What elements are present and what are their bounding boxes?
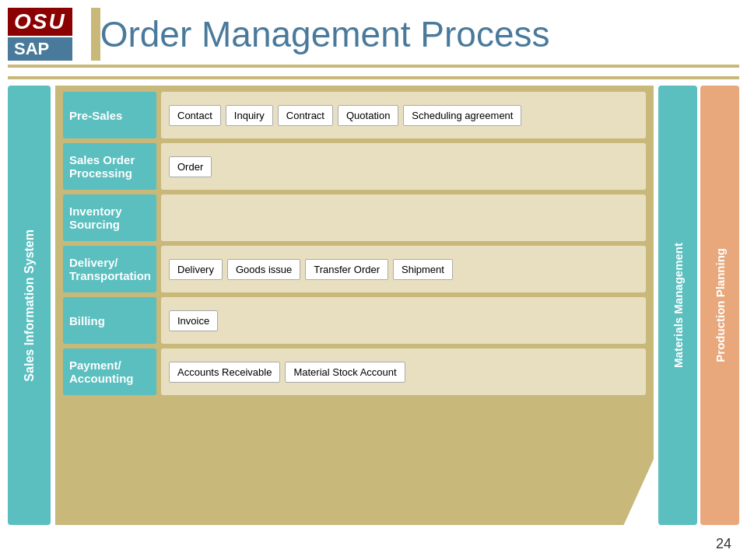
sidebar-materials-label: Materials Management [672, 243, 685, 368]
sidebar-materials: Materials Management [658, 86, 697, 525]
payment-label: Payment/ Accounting [63, 348, 156, 395]
delivery-label: Delivery/ Transportation [63, 246, 156, 292]
divider-top [8, 65, 739, 68]
box-contract: Contract [278, 105, 333, 126]
box-delivery: Delivery [169, 259, 223, 280]
sidebar-production: Production Planning [700, 86, 739, 525]
process-row-billing: Billing Invoice [63, 297, 646, 344]
logo-box-decoration [91, 8, 100, 61]
box-inquiry: Inquiry [226, 105, 273, 126]
divider-bottom [8, 76, 739, 79]
page-title: Order Management Process [100, 13, 731, 55]
sidebar-production-label: Production Planning [714, 248, 727, 362]
sidebar-sales-info: Sales Information System [8, 86, 51, 525]
delivery-content: Delivery Goods issue Transfer Order Ship… [161, 246, 646, 292]
box-material-stock: Material Stock Account [285, 362, 405, 383]
box-invoice: Invoice [169, 310, 218, 331]
sales-order-content: Order [161, 143, 646, 190]
box-scheduling-agreement: Scheduling agreement [403, 105, 521, 126]
inventory-content [161, 194, 646, 241]
pre-sales-label: Pre-Sales [63, 92, 156, 138]
main-content: Sales Information System Pre-Sales Conta… [0, 86, 747, 525]
process-area: Pre-Sales Contact Inquiry Contract Quota… [55, 86, 654, 525]
box-order: Order [169, 156, 212, 177]
header: OSU SAP Order Management Process [0, 0, 747, 65]
logo-area: OSU SAP [8, 8, 72, 61]
billing-label: Billing [63, 297, 156, 344]
payment-content: Accounts Receivable Material Stock Accou… [161, 348, 646, 395]
pre-sales-content: Contact Inquiry Contract Quotation Sched… [161, 92, 646, 138]
sidebar-right: Materials Management Production Planning [658, 86, 739, 525]
box-contact: Contact [169, 105, 221, 126]
process-row-inventory: Inventory Sourcing [63, 194, 646, 241]
process-row-payment: Payment/ Accounting Accounts Receivable … [63, 348, 646, 395]
process-row-pre-sales: Pre-Sales Contact Inquiry Contract Quota… [63, 92, 646, 138]
box-quotation: Quotation [338, 105, 398, 126]
box-transfer-order: Transfer Order [305, 259, 388, 280]
sales-order-label: Sales Order Processing [63, 143, 156, 190]
sap-logo: SAP [8, 37, 72, 61]
box-accounts-receivable: Accounts Receivable [169, 362, 280, 383]
process-row-sales-order: Sales Order Processing Order [63, 143, 646, 190]
inventory-label: Inventory Sourcing [63, 194, 156, 241]
sidebar-sales-info-label: Sales Information System [23, 229, 37, 382]
box-goods-issue: Goods issue [227, 259, 300, 280]
page-number: 24 [716, 536, 731, 552]
process-container: Pre-Sales Contact Inquiry Contract Quota… [55, 86, 654, 525]
billing-content: Invoice [161, 297, 646, 344]
osu-logo: OSU [8, 8, 72, 36]
box-shipment: Shipment [393, 259, 453, 280]
process-row-delivery: Delivery/ Transportation Delivery Goods … [63, 246, 646, 292]
